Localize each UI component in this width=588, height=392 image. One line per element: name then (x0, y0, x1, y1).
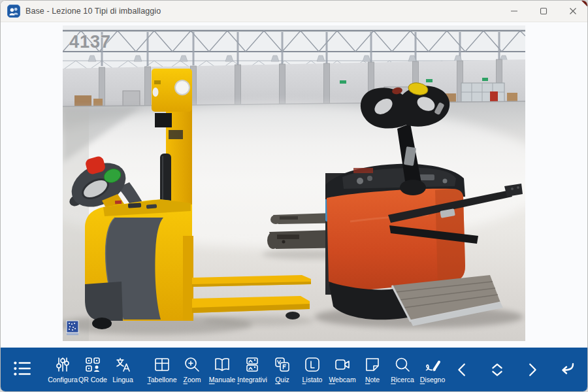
toolbar-button-disegno[interactable]: Disegno (417, 348, 448, 391)
chevron-up-down-icon (487, 360, 507, 380)
toolbar-button-qr-code[interactable]: QR Code (78, 348, 108, 391)
chevron-right-icon (522, 360, 542, 380)
toolbar-button-ricerca[interactable]: Ricerca (387, 348, 417, 391)
webcam-icon (333, 355, 351, 374)
toolbar-button-label: Webcam (329, 376, 355, 384)
zoom-in-icon (183, 355, 201, 374)
translate-icon (114, 355, 132, 374)
qr-code-icon (84, 355, 102, 374)
title-bar: Base - Lezione 10 Tipi di imballaggio (1, 1, 587, 22)
nav-next-button[interactable] (519, 353, 545, 387)
nav-up-down-button[interactable] (484, 353, 510, 387)
toolbar-button-integrativi[interactable]: Integrativi (237, 348, 267, 391)
chevron-left-icon (453, 360, 472, 380)
return-arrow-icon (556, 359, 577, 380)
toolbar-button-note[interactable]: Note (357, 348, 387, 391)
toolbar-button-configura[interactable]: Configura (48, 348, 78, 391)
images-icon (243, 355, 261, 374)
toolbar-button-label: Disegno (420, 376, 446, 384)
photo-number: 4137 (69, 32, 111, 52)
toolbar-button-label: Integrativi (237, 376, 267, 384)
toolbar-button-tabellone[interactable]: Tabellone (147, 348, 177, 391)
toolbar-button-manuale[interactable]: Manuale (207, 348, 237, 391)
pen-icon (423, 355, 442, 374)
lesson-photo: 4137 (63, 25, 525, 341)
app-icon (7, 5, 20, 18)
toolbar-button-label: Quiz (275, 376, 289, 384)
toolbar-button-lingua[interactable]: Lingua (108, 348, 138, 391)
search-icon (393, 355, 412, 374)
book-icon (213, 355, 231, 374)
app-window: Base - Lezione 10 Tipi di imballaggio (0, 0, 588, 392)
toolbar-button-label: Manuale (209, 376, 235, 384)
window-controls (499, 1, 587, 22)
toolbar: Configura QR Code Lingua T (1, 348, 587, 391)
toolbar-button-label: Configura (48, 376, 78, 384)
content-area: 4137 (1, 22, 587, 349)
toolbar-button-label: Zoom (184, 376, 201, 384)
screen-corner-artifact (581, 1, 587, 7)
list-menu-icon (11, 357, 33, 380)
sliders-icon (54, 355, 72, 374)
minimize-icon (510, 7, 518, 15)
toolbar-button-quiz[interactable]: Quiz (267, 348, 297, 391)
window-title: Base - Lezione 10 Tipi di imballaggio (25, 7, 161, 16)
toolbar-button-label: Lingua (112, 376, 133, 384)
toolbar-button-zoom[interactable]: Zoom (177, 348, 207, 391)
toolbar-button-webcam[interactable]: Webcam (327, 348, 357, 391)
note-icon (363, 355, 382, 374)
toolbar-button-listato[interactable]: Listato (297, 348, 327, 391)
nav-previous-button[interactable] (449, 353, 476, 387)
users-icon (7, 5, 20, 18)
minimize-button[interactable] (499, 1, 529, 22)
toolbar-navigation (449, 353, 580, 387)
toolbar-button-menu[interactable] (7, 348, 37, 391)
toolbar-button-label: Listato (302, 376, 323, 384)
toolbar-button-label: Tabellone (148, 376, 177, 384)
nav-return-button[interactable] (553, 353, 580, 387)
maximize-icon (540, 7, 547, 15)
true-false-icon (273, 355, 291, 374)
grid-icon (153, 355, 171, 374)
close-icon (569, 7, 577, 15)
toolbar-button-label: QR Code (78, 376, 107, 384)
toolbar-button-label: Note (365, 376, 380, 384)
toolbar-button-label: Ricerca (391, 376, 414, 384)
maximize-button[interactable] (529, 1, 558, 22)
letter-l-icon (303, 355, 321, 374)
